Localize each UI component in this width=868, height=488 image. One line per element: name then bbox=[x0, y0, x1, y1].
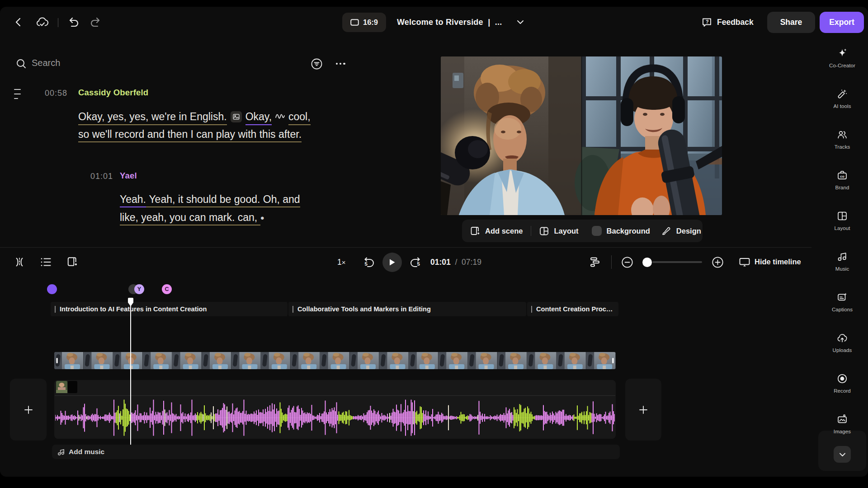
svg-text:5: 5 bbox=[417, 261, 420, 267]
svg-text:co: co bbox=[840, 174, 844, 178]
svg-text:?: ? bbox=[706, 19, 709, 24]
svg-text:5: 5 bbox=[365, 261, 368, 267]
